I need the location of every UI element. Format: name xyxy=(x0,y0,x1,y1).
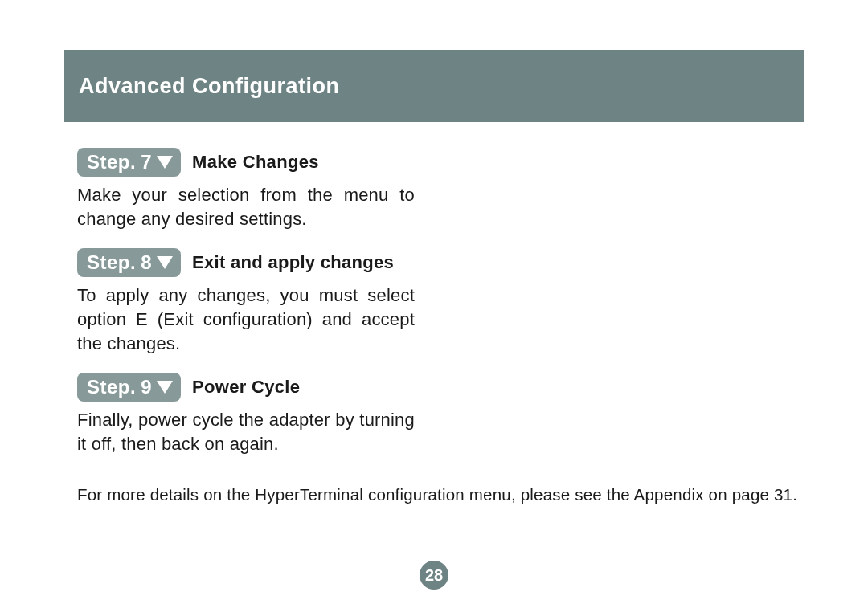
footer-note: For more details on the HyperTerminal co… xyxy=(77,485,809,504)
step-body: Make your selection from the menu to cha… xyxy=(77,183,415,231)
page-title: Advanced Configuration xyxy=(79,74,340,99)
step-badge-word: Step. xyxy=(87,376,136,398)
step-badge-word: Step. xyxy=(87,151,136,173)
step-badge-word: Step. xyxy=(87,251,136,274)
step-badge-number: 8 xyxy=(141,251,152,274)
step-title: Power Cycle xyxy=(192,377,300,398)
step-body: Finally, power cycle the adapter by turn… xyxy=(77,408,415,455)
step-row: Step. 7 Make Changes xyxy=(77,148,809,177)
content-area: Step. 7 Make Changes Make your selection… xyxy=(77,148,809,504)
step-row: Step. 9 Power Cycle xyxy=(77,373,809,402)
step-badge-number: 9 xyxy=(141,376,152,398)
step-badge-8: Step. 8 xyxy=(77,248,181,277)
step-badge-7: Step. 7 xyxy=(77,148,181,177)
step-badge-9: Step. 9 xyxy=(77,373,181,402)
svg-marker-1 xyxy=(157,256,173,269)
step-row: Step. 8 Exit and apply changes xyxy=(77,248,809,277)
page-number: 28 xyxy=(420,561,448,590)
down-arrow-icon xyxy=(157,156,173,169)
down-arrow-icon xyxy=(157,381,173,394)
step-body: To apply any changes, you must select op… xyxy=(77,284,415,355)
step-title: Exit and apply changes xyxy=(192,252,394,273)
down-arrow-icon xyxy=(157,256,173,269)
step-title: Make Changes xyxy=(192,152,319,173)
svg-marker-0 xyxy=(157,156,173,169)
svg-marker-2 xyxy=(157,381,173,394)
step-badge-number: 7 xyxy=(141,151,152,173)
header-bar: Advanced Configuration xyxy=(64,50,804,122)
